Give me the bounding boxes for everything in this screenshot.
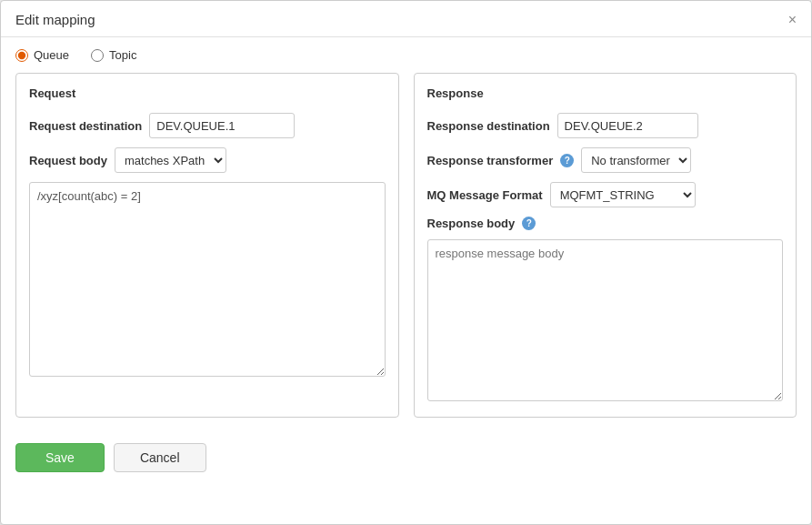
close-button[interactable]: × xyxy=(788,13,797,27)
request-body-textarea[interactable]: /xyz[count(abc) = 2] xyxy=(29,182,386,377)
request-panel: Request Request destination Request body… xyxy=(15,73,399,418)
response-transformer-row: Response transformer ? No transformer xyxy=(427,147,784,173)
response-body-label: Response body xyxy=(427,217,516,230)
response-body-label-row: Response body ? xyxy=(427,217,784,230)
request-destination-input[interactable] xyxy=(149,113,295,138)
response-body-help-icon[interactable]: ? xyxy=(522,217,536,230)
request-body-select[interactable]: matches XPath equals contains starts wit… xyxy=(115,147,226,173)
queue-label: Queue xyxy=(34,48,69,62)
topic-label: Topic xyxy=(109,48,136,62)
response-panel: Response Response destination Response t… xyxy=(414,73,797,418)
edit-mapping-dialog: Edit mapping × Queue Topic Request Reque… xyxy=(0,0,812,525)
request-body-row: Request body matches XPath equals contai… xyxy=(29,147,386,173)
mq-format-select[interactable]: MQFMT_STRING MQFMT_NONE xyxy=(550,182,696,207)
response-destination-label: Response destination xyxy=(427,119,550,133)
save-button[interactable]: Save xyxy=(15,443,105,472)
response-destination-row: Response destination xyxy=(427,113,784,138)
footer: Save Cancel xyxy=(1,432,811,483)
transformer-help-icon[interactable]: ? xyxy=(560,154,574,167)
request-destination-row: Request destination xyxy=(29,113,386,138)
queue-radio[interactable] xyxy=(15,49,28,62)
mq-format-row: MQ Message Format MQFMT_STRING MQFMT_NON… xyxy=(427,182,784,207)
response-destination-input[interactable] xyxy=(557,113,698,138)
destination-type-row: Queue Topic xyxy=(1,37,811,73)
mq-format-label: MQ Message Format xyxy=(427,188,543,202)
request-panel-title: Request xyxy=(29,86,386,100)
queue-radio-label[interactable]: Queue xyxy=(15,48,69,62)
request-body-label: Request body xyxy=(29,154,107,167)
dialog-header: Edit mapping × xyxy=(1,1,811,37)
request-destination-label: Request destination xyxy=(29,119,142,133)
cancel-button[interactable]: Cancel xyxy=(114,443,206,472)
topic-radio-label[interactable]: Topic xyxy=(91,48,136,62)
topic-radio[interactable] xyxy=(91,49,104,62)
dialog-title: Edit mapping xyxy=(15,12,95,27)
response-transformer-label: Response transformer xyxy=(427,154,554,167)
panels-container: Request Request destination Request body… xyxy=(1,73,811,432)
response-panel-title: Response xyxy=(427,86,784,100)
response-body-textarea[interactable] xyxy=(427,239,784,401)
response-transformer-select[interactable]: No transformer xyxy=(581,147,691,173)
